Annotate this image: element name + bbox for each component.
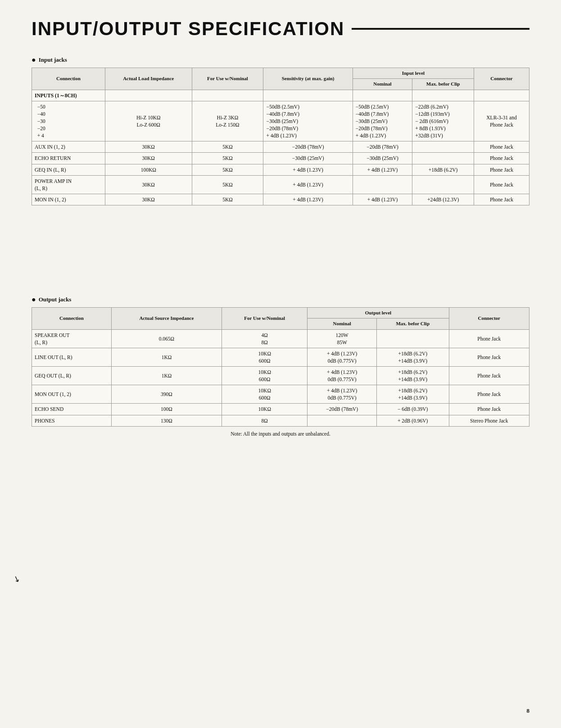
page-number: 8 xyxy=(527,707,530,714)
out-col-actual-source: Actual Source Impedance xyxy=(111,307,222,329)
input-table: Connection Actual Load Impedance For Use… xyxy=(32,68,529,205)
title-line xyxy=(352,28,529,30)
table-row: SPEAKER OUT(L, R) 0.065Ω 4Ω8Ω 120W85W Ph… xyxy=(32,329,529,348)
input-section-label: ● Input jacks xyxy=(32,56,529,64)
col-connector: Connector xyxy=(474,68,529,90)
bullet-icon-output: ● xyxy=(32,296,36,304)
out-col-connection: Connection xyxy=(32,307,112,329)
col-sensitivity: Sensitivity (at max. gain) xyxy=(263,68,353,90)
table-row: ECHO RETURN 30KΩ 5KΩ −30dB (25mV) −30dB … xyxy=(32,153,529,164)
table-row: −50 −40 −30 −20 + 4 Hi-Z 10KΩLo-Z 600Ω H… xyxy=(32,101,529,141)
col-max-before-clip: Max. befor Clip xyxy=(412,79,474,90)
output-section: ● Output jacks Connection Actual Source … xyxy=(32,296,529,437)
arrow-mark: ↘ xyxy=(12,573,22,585)
table-row: INPUTS (1～8CH) xyxy=(32,90,529,101)
col-for-use: For Use w/Nominal xyxy=(192,68,263,90)
table-row: PHONES 130Ω 8Ω + 2dB (0.96V) Stereo Phon… xyxy=(32,415,529,426)
table-row: MON OUT (1, 2) 390Ω 10KΩ600Ω + 4dB (1.23… xyxy=(32,385,529,404)
col-actual-load: Actual Load Impedance xyxy=(105,68,192,90)
table-row: AUX IN (1, 2) 30KΩ 5KΩ −20dB (78mV) −20d… xyxy=(32,141,529,153)
output-table: Connection Actual Source Impedance For U… xyxy=(32,307,529,427)
page-title: INPUT/OUTPUT SPECIFICATION xyxy=(32,18,529,40)
table-row: GEQ IN (L, R) 100KΩ 5KΩ + 4dB (1.23V) + … xyxy=(32,164,529,175)
table-row: POWER AMP IN(L, R) 30KΩ 5KΩ + 4dB (1.23V… xyxy=(32,175,529,194)
table-row: ECHO SEND 100Ω 10KΩ −20dB (78mV) − 6dB (… xyxy=(32,404,529,415)
output-note: Note: All the inputs and outputs are unb… xyxy=(32,431,529,437)
col-input-level: Input level xyxy=(353,68,474,79)
out-col-connector: Connector xyxy=(449,307,529,329)
out-col-output-level: Output level xyxy=(308,307,449,318)
out-col-max-before-clip: Max. befor Clip xyxy=(376,318,449,329)
out-col-nominal: Nominal xyxy=(308,318,376,329)
input-section: ● Input jacks Connection Actual Load Imp… xyxy=(32,56,529,205)
out-col-for-use: For Use w/Nominal xyxy=(222,307,308,329)
bullet-icon: ● xyxy=(32,56,36,64)
table-row: GEQ OUT (L, R) 1KΩ 10KΩ600Ω + 4dB (1.23V… xyxy=(32,367,529,385)
output-section-label: ● Output jacks xyxy=(32,296,529,304)
col-connection: Connection xyxy=(32,68,105,90)
col-nominal: Nominal xyxy=(353,79,412,90)
table-row: MON IN (1, 2) 30KΩ 5KΩ + 4dB (1.23V) + 4… xyxy=(32,194,529,205)
table-row: LINE OUT (L, R) 1KΩ 10KΩ600Ω + 4dB (1.23… xyxy=(32,348,529,366)
